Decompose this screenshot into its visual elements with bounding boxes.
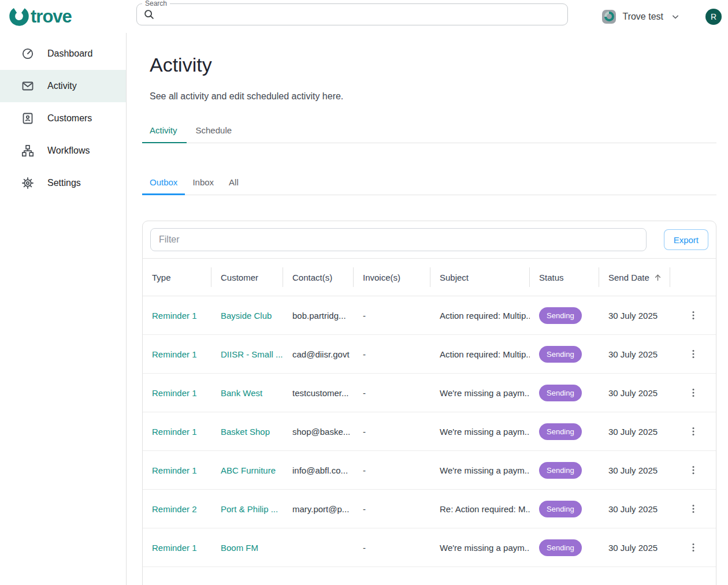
status-badge: Sending — [539, 385, 582, 401]
row-menu-button[interactable] — [684, 460, 703, 480]
table-row: Reminder 1 ABC Furniture info@abfl.co...… — [143, 451, 716, 490]
activity-type-link[interactable]: Reminder 1 — [152, 349, 197, 359]
sidebar-item-customers[interactable]: Customers — [0, 102, 126, 135]
row-menu-button[interactable] — [684, 344, 703, 364]
sidebar-item-label: Dashboard — [47, 49, 92, 59]
status-badge: Sending — [539, 307, 582, 324]
top-right-cluster: Trove test R — [602, 0, 722, 33]
search-input[interactable] — [160, 9, 562, 20]
table-row: Reminder 1 Basket Shop shop@baske... - W… — [143, 412, 716, 451]
invoice-cell: - — [354, 427, 430, 437]
contact-cell: info@abfl.co... — [283, 465, 354, 475]
invoice-cell: - — [354, 311, 430, 321]
activity-type-link[interactable]: Reminder 1 — [152, 311, 197, 321]
logo-wordmark: trove — [31, 8, 72, 25]
sidebar-item-activity[interactable]: Activity — [0, 70, 126, 102]
invoice-cell: - — [354, 388, 430, 398]
top-bar: trove Search Trove test — [0, 0, 728, 33]
column-header-actions — [670, 259, 716, 296]
activity-type-link[interactable]: Reminder 1 — [152, 427, 197, 437]
sidebar-item-label: Workflows — [47, 146, 90, 156]
activity-type-link[interactable]: Reminder 1 — [152, 465, 197, 475]
table-toolbar: Export — [143, 221, 716, 258]
workflow-icon — [21, 144, 35, 158]
column-header-customer[interactable]: Customer — [211, 259, 283, 296]
status-badge: Sending — [539, 423, 582, 440]
sidebar-item-dashboard[interactable]: Dashboard — [0, 38, 126, 70]
org-name: Trove test — [622, 12, 663, 22]
table-row: Reminder 1 Bayside Club bob.partridg... … — [143, 296, 716, 335]
subject-cell: We're missing a paym... — [430, 465, 530, 475]
column-header-status[interactable]: Status — [530, 259, 599, 296]
column-header-contacts[interactable]: Contact(s) — [283, 259, 354, 296]
export-button[interactable]: Export — [664, 229, 708, 250]
trove-logo-icon — [8, 5, 30, 27]
invoice-cell: - — [354, 349, 430, 359]
contact-cell: mary.port@p... — [283, 504, 354, 514]
invoice-cell: - — [354, 465, 430, 475]
status-badge: Sending — [539, 539, 582, 556]
contact-cell: shop@baske... — [283, 427, 354, 437]
send-date-cell: 30 July 2025 — [599, 388, 670, 398]
customer-link[interactable]: Bank West — [221, 388, 262, 398]
status-badge: Sending — [539, 501, 582, 517]
send-date-cell: 30 July 2025 — [599, 427, 670, 437]
send-date-cell: 30 July 2025 — [599, 311, 670, 321]
table-row: Reminder 1 DIISR - Small ... cad@diisr.g… — [143, 335, 716, 374]
activity-type-link[interactable]: Reminder 1 — [152, 543, 197, 553]
mail-icon — [21, 79, 35, 93]
tab-outbox[interactable]: Outbox — [142, 172, 185, 195]
column-header-subject[interactable]: Subject — [430, 259, 530, 296]
customer-link[interactable]: Basket Shop — [221, 427, 270, 437]
row-menu-button[interactable] — [684, 383, 703, 403]
user-avatar[interactable]: R — [705, 9, 722, 25]
customer-link[interactable]: Port & Philip ... — [221, 504, 278, 514]
row-menu-button[interactable] — [684, 305, 703, 325]
search-field-label: Search — [142, 0, 170, 8]
activity-type-link[interactable]: Reminder 1 — [152, 388, 197, 398]
row-menu-button[interactable] — [684, 499, 703, 519]
main-content: Activity See all activity and edit sched… — [127, 33, 728, 585]
subject-cell: Re: Action required: M... — [430, 504, 530, 514]
tab-schedule[interactable]: Schedule — [187, 118, 242, 143]
sidebar-item-settings[interactable]: Settings — [0, 167, 126, 199]
status-badge: Sending — [539, 346, 582, 363]
trove-logo[interactable]: trove — [8, 5, 72, 27]
search-icon — [143, 8, 155, 21]
tab-all[interactable]: All — [221, 172, 246, 195]
row-menu-button[interactable] — [684, 422, 703, 441]
row-menu-button[interactable] — [684, 538, 703, 557]
filter-input[interactable] — [150, 228, 647, 251]
customer-link[interactable]: Boom FM — [221, 543, 258, 553]
customer-link[interactable]: DIISR - Small ... — [221, 349, 283, 359]
page-title: Activity — [150, 53, 716, 77]
subject-cell: Action required: Multip... — [430, 349, 530, 359]
sidebar-item-label: Customers — [47, 113, 92, 124]
activity-type-link[interactable]: Reminder 2 — [152, 504, 197, 514]
tab-inbox[interactable]: Inbox — [185, 172, 221, 195]
main-tabs: Activity Schedule — [142, 118, 716, 143]
column-header-send-date[interactable]: Send Date — [599, 259, 670, 296]
contact-card-icon — [21, 111, 35, 125]
invoice-cell: - — [354, 543, 430, 553]
customer-link[interactable]: Bayside Club — [221, 311, 272, 321]
mailbox-tabs: Outbox Inbox All — [142, 172, 716, 195]
contact-cell: cad@diisr.govt — [283, 349, 354, 359]
send-date-cell: 30 July 2025 — [599, 349, 670, 359]
search-field[interactable]: Search — [136, 3, 568, 25]
table-row: Reminder 1 Bank West testcustomer... - W… — [143, 374, 716, 412]
column-header-type[interactable]: Type — [143, 259, 211, 296]
sidebar-item-workflows[interactable]: Workflows — [0, 135, 126, 167]
send-date-cell: 30 July 2025 — [599, 543, 670, 553]
invoice-cell: - — [354, 504, 430, 514]
org-selector[interactable]: Trove test — [602, 10, 681, 24]
contact-cell: bob.partridg... — [283, 311, 354, 321]
activity-table-card: Export Type Customer Contact(s) Invoice(… — [142, 221, 716, 585]
subject-cell: We're missing a paym... — [430, 543, 530, 553]
customer-link[interactable]: ABC Furniture — [221, 465, 276, 475]
subject-cell: We're missing a paym... — [430, 427, 530, 437]
org-avatar-icon — [602, 10, 616, 24]
send-date-cell: 30 July 2025 — [599, 465, 670, 475]
column-header-invoices[interactable]: Invoice(s) — [354, 259, 430, 296]
tab-activity[interactable]: Activity — [142, 118, 187, 143]
